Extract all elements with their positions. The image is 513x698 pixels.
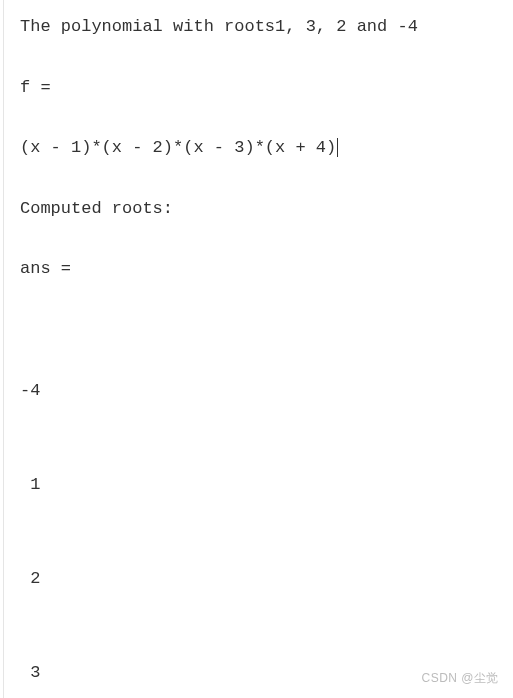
gap bbox=[20, 105, 493, 133]
root-value: 1 bbox=[20, 470, 493, 501]
root-value: 2 bbox=[20, 564, 493, 595]
computed-roots-label: Computed roots: bbox=[20, 194, 493, 225]
text-cursor bbox=[337, 138, 338, 157]
left-border bbox=[3, 0, 4, 698]
gap bbox=[20, 166, 493, 194]
gap bbox=[20, 287, 493, 315]
formula-text: (x - 1)*(x - 2)*(x - 3)*(x + 4) bbox=[20, 138, 336, 157]
gap bbox=[20, 226, 493, 254]
ans-label-1: ans = bbox=[20, 254, 493, 285]
computed-roots-list: -4 1 2 3 bbox=[20, 315, 493, 698]
polynomial-header: The polynomial with roots1, 3, 2 and -4 bbox=[20, 12, 493, 43]
root-value: -4 bbox=[20, 376, 493, 407]
gap bbox=[20, 45, 493, 73]
formula-expression: (x - 1)*(x - 2)*(x - 3)*(x + 4) bbox=[20, 133, 493, 164]
variable-f-label: f = bbox=[20, 73, 493, 104]
watermark: CSDN @尘觉 bbox=[421, 668, 499, 690]
